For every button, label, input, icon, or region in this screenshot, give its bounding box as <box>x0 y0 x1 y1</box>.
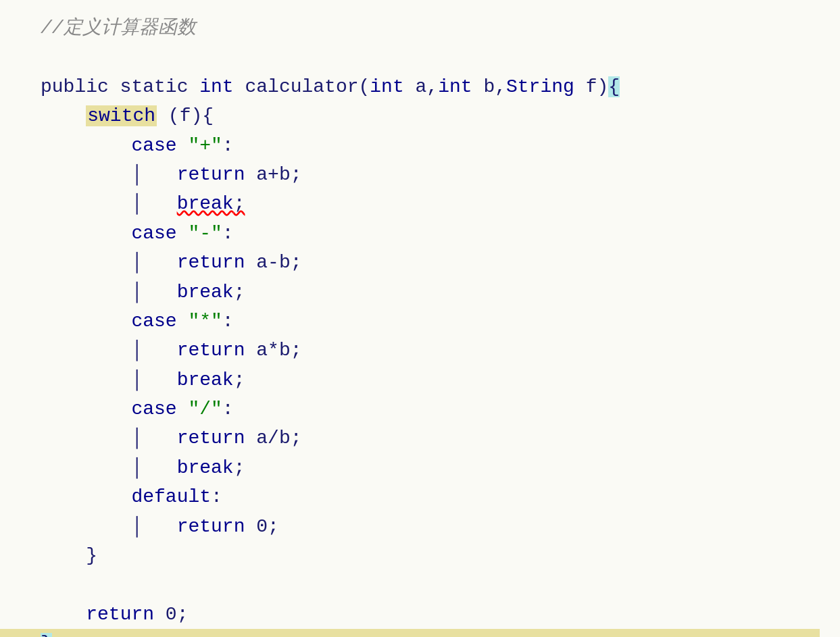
break-3-semi: ; <box>234 370 245 390</box>
case-4-bar: │ <box>41 428 177 449</box>
close-switch: } <box>86 545 97 566</box>
keyword-switch: switch <box>86 105 157 126</box>
return-3-val: a*b; <box>245 340 301 361</box>
break-1: break <box>177 193 234 214</box>
return-default: return <box>177 516 245 537</box>
return-outer-val: 0; <box>154 604 188 625</box>
code-editor: //定义计算器函数 public static int calculator(i… <box>0 0 840 637</box>
case-4-bar2: │ <box>41 457 177 478</box>
case-4-label: case <box>131 399 176 419</box>
break-2-semi: ; <box>234 282 245 303</box>
switch-condition: (f){ <box>157 105 214 126</box>
case-3-colon: : <box>222 311 234 332</box>
return-2: return <box>177 252 245 273</box>
break-4: break <box>177 457 234 478</box>
case-3-value: "*" <box>177 311 222 332</box>
case-2-colon: : <box>222 223 234 244</box>
last-line: } <box>0 629 820 637</box>
param-type-3: String <box>506 76 574 97</box>
return-3: return <box>177 340 245 361</box>
return-2-val: a-b; <box>245 252 301 273</box>
close-fn-brace: } <box>41 633 52 637</box>
break-3: break <box>177 370 234 390</box>
comment-line: //定义计算器函数 <box>41 18 196 39</box>
param-b: b, <box>472 76 506 97</box>
param-type-2: int <box>438 76 472 97</box>
return-outer: return <box>86 604 154 625</box>
case-4-colon: : <box>222 399 234 419</box>
case-3-bar2: │ <box>41 370 177 390</box>
return-4: return <box>177 428 245 449</box>
case-1-bar: │ <box>41 164 177 185</box>
case-1-value: "+" <box>177 135 222 156</box>
open-brace: { <box>608 76 620 97</box>
break-2: break <box>177 282 234 303</box>
function-name: calculator( <box>234 76 370 97</box>
default-bar: │ <box>41 516 177 537</box>
case-2-bar2: │ <box>41 282 177 303</box>
case-3-label: case <box>131 311 176 332</box>
case-1-label: case <box>131 135 176 156</box>
break-1-semi: ; <box>234 193 245 214</box>
param-f: f) <box>574 76 608 97</box>
break-4-semi: ; <box>234 457 245 478</box>
default-label: default <box>131 486 211 507</box>
return-default-val: 0; <box>245 516 278 537</box>
case-2-value: "-" <box>177 223 222 244</box>
case-4-value: "/" <box>177 399 222 419</box>
case-2-bar: │ <box>41 252 177 273</box>
case-3-bar: │ <box>41 340 177 361</box>
keyword-int: int <box>199 76 233 97</box>
default-colon: : <box>211 486 222 507</box>
param-a: a, <box>404 76 438 97</box>
case-2-label: case <box>131 223 176 244</box>
keyword-public: public static <box>41 76 199 97</box>
param-type-1: int <box>370 76 403 97</box>
return-1-val: a+b; <box>245 164 301 185</box>
case-1-colon: : <box>222 135 234 156</box>
return-1: return <box>177 164 245 185</box>
return-4-val: a/b; <box>245 428 301 449</box>
case-1-bar2: │ <box>41 193 177 214</box>
